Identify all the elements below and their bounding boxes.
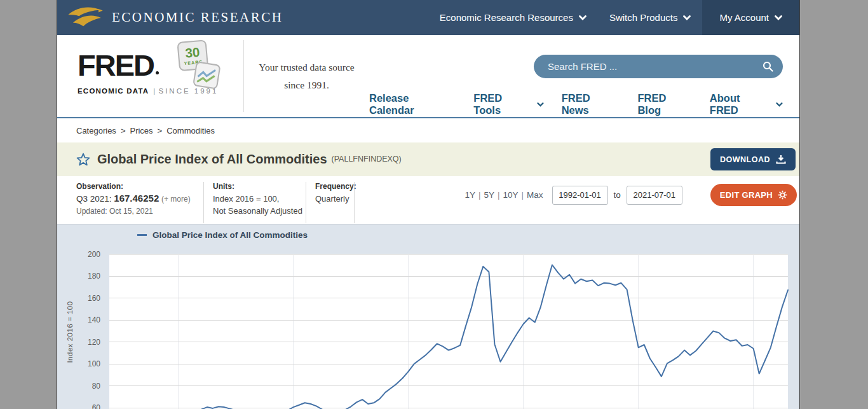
gear-icon	[778, 190, 787, 200]
nav-fred-news[interactable]: FRED News	[562, 92, 620, 116]
start-date-input[interactable]	[552, 186, 608, 205]
chevron-down-icon	[683, 15, 691, 20]
download-icon	[776, 155, 786, 164]
edit-graph-label: EDIT GRAPH	[720, 190, 773, 200]
top-nav-switch-products[interactable]: Switch Products	[598, 0, 703, 35]
economic-research-logo[interactable]: ECONOMIC RESEARCH	[57, 0, 283, 35]
nav-label: About FRED	[710, 92, 771, 116]
to-label: to	[614, 190, 621, 200]
units-line1: Index 2016 = 100,	[213, 193, 297, 205]
legend-line-sample	[137, 234, 147, 236]
range-presets: 1Y|5Y|10Y|Max	[465, 190, 543, 200]
eagle-icon	[67, 4, 104, 31]
range-preset-max[interactable]: Max	[527, 190, 543, 200]
fred-wordmark: FRED	[78, 52, 154, 79]
frequency-value: Quarterly	[315, 193, 345, 205]
tagline-line1: Your trusted data source	[244, 59, 369, 76]
search-icon	[763, 61, 773, 72]
top-nav-label: My Account	[719, 12, 769, 23]
site-header: FRED 30 YEARS	[57, 35, 799, 118]
page-title: Global Price Index of All Commodities	[97, 152, 327, 167]
chevron-down-icon	[775, 15, 782, 20]
breadcrumb-prices[interactable]: Prices	[130, 126, 153, 135]
chart-area: Global Price Index of All Commodities 20…	[57, 224, 799, 409]
chart-tile-icon	[193, 62, 220, 88]
download-label: DOWNLOAD	[720, 155, 770, 164]
preset-separator: |	[478, 190, 481, 200]
preset-separator: |	[522, 190, 524, 200]
units-label: Units:	[213, 182, 297, 191]
svg-text:160: 160	[88, 294, 100, 303]
breadcrumb: Categories > Prices > Commodities	[57, 118, 799, 142]
top-nav: Economic Research Resources Switch Produ…	[428, 0, 799, 35]
nav-release-calendar[interactable]: Release Calendar	[369, 92, 456, 116]
nav-label: Release Calendar	[369, 92, 456, 116]
svg-text:180: 180	[88, 272, 100, 281]
meta-divider	[354, 182, 355, 223]
top-bar: ECONOMIC RESEARCH Economic Research Reso…	[57, 0, 799, 35]
nav-about-fred[interactable]: About FRED	[710, 92, 783, 116]
download-button[interactable]: DOWNLOAD	[710, 148, 796, 170]
nav-fred-blog[interactable]: FRED Blog	[637, 92, 691, 116]
fred-page: ECONOMIC RESEARCH Economic Research Reso…	[57, 0, 799, 409]
svg-text:80: 80	[92, 382, 101, 391]
fred-logo[interactable]: FRED 30 YEARS	[57, 35, 243, 117]
top-nav-economic-research-resources[interactable]: Economic Research Resources	[428, 0, 598, 35]
breadcrumb-separator: >	[158, 126, 163, 135]
top-nav-label: Switch Products	[609, 12, 678, 23]
frequency-label: Frequency:	[315, 182, 345, 191]
series-title-bar: Global Price Index of All Commodities (P…	[57, 142, 799, 176]
observation-value: 167.46252	[114, 193, 159, 204]
legend-label: Global Price Index of All Commodities	[153, 230, 308, 240]
header-right: Release Calendar FRED Tools FRED News FR…	[369, 35, 799, 117]
preset-separator: |	[498, 190, 500, 200]
range-preset-10y[interactable]: 10Y	[503, 190, 519, 200]
svg-text:Index 2016 = 100: Index 2016 = 100	[66, 301, 74, 363]
breadcrumb-separator: >	[121, 126, 126, 135]
svg-text:120: 120	[88, 338, 100, 347]
fred-nav: Release Calendar FRED Tools FRED News FR…	[369, 92, 783, 116]
end-date-input[interactable]	[627, 186, 682, 205]
line-chart[interactable]: 2001801601401201008060Index 2016 = 100	[57, 225, 799, 409]
date-range-controls: 1Y|5Y|10Y|Max to EDIT GRAPH	[465, 184, 799, 206]
observation-label: Observation:	[76, 182, 203, 191]
edit-graph-button[interactable]: EDIT GRAPH	[710, 184, 797, 206]
nav-label: FRED Blog	[637, 92, 691, 116]
search-button[interactable]	[763, 61, 773, 72]
chevron-down-icon	[776, 102, 783, 107]
search-input[interactable]	[548, 61, 763, 72]
updated-date: Updated: Oct 15, 2021	[76, 207, 203, 216]
browser-viewport: ECONOMIC RESEARCH Economic Research Reso…	[0, 0, 868, 409]
30-years-badge: 30 YEARS	[175, 39, 221, 92]
series-id: (PALLFNFINDEXQ)	[332, 155, 402, 163]
range-preset-5y[interactable]: 5Y	[484, 190, 494, 200]
nav-fred-tools[interactable]: FRED Tools	[473, 92, 543, 116]
breadcrumb-categories[interactable]: Categories	[76, 126, 116, 135]
star-icon	[76, 153, 90, 166]
units-block: Units: Index 2016 = 100, Not Seasonally …	[204, 176, 306, 218]
svg-text:140: 140	[88, 315, 100, 324]
tagline-line2: since 1991.	[244, 76, 369, 94]
tagline: Your trusted data source since 1991.	[244, 35, 369, 117]
frequency-block: Frequency: Quarterly	[306, 176, 354, 205]
top-nav-my-account[interactable]: My Account	[702, 0, 799, 35]
breadcrumb-commodities[interactable]: Commodities	[166, 126, 215, 135]
economic-research-wordmark: ECONOMIC RESEARCH	[112, 10, 283, 25]
units-line2: Not Seasonally Adjusted	[213, 205, 297, 218]
economic-data-text: ECONOMIC DATA	[78, 87, 149, 95]
chart-legend[interactable]: Global Price Index of All Commodities	[137, 230, 308, 240]
chevron-down-icon	[537, 102, 544, 107]
registered-mark-dot	[156, 71, 159, 74]
series-meta-row: Observation: Q3 2021: 167.46252 (+ more)…	[57, 176, 799, 224]
observation-period: Q3 2021:	[76, 194, 112, 204]
svg-text:100: 100	[88, 359, 100, 368]
svg-text:60: 60	[92, 403, 101, 409]
favorite-star-button[interactable]	[76, 153, 90, 166]
chevron-down-icon	[579, 15, 587, 20]
observation-block: Observation: Q3 2021: 167.46252 (+ more)…	[76, 176, 203, 216]
top-nav-label: Economic Research Resources	[440, 12, 573, 23]
range-preset-1y[interactable]: 1Y	[465, 190, 475, 200]
pipe-separator: |	[153, 87, 156, 95]
observation-more-link[interactable]: (+ more)	[161, 195, 191, 204]
search-box	[534, 55, 783, 78]
